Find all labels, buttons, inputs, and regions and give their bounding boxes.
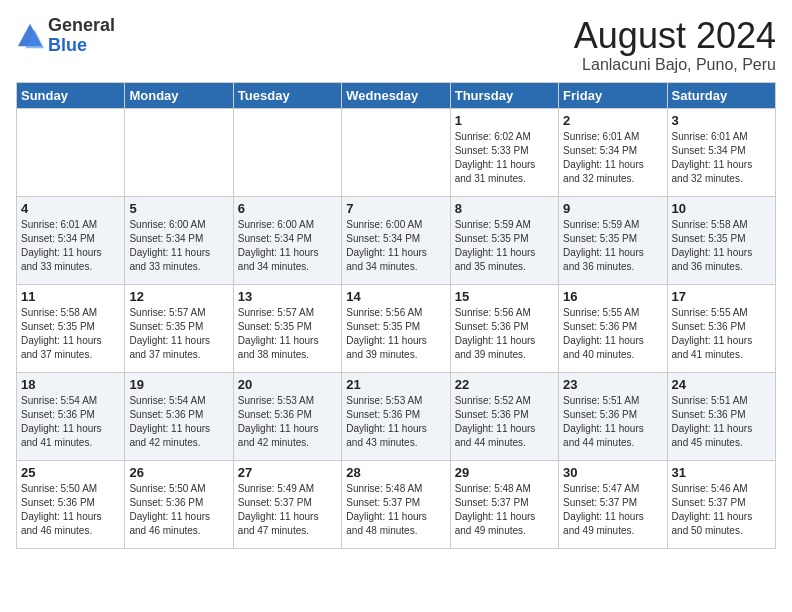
calendar-week-row: 4Sunrise: 6:01 AM Sunset: 5:34 PM Daylig… — [17, 196, 776, 284]
day-number: 13 — [238, 289, 337, 304]
day-info: Sunrise: 5:53 AM Sunset: 5:36 PM Dayligh… — [238, 394, 337, 450]
day-info: Sunrise: 5:59 AM Sunset: 5:35 PM Dayligh… — [563, 218, 662, 274]
day-number: 10 — [672, 201, 771, 216]
calendar-cell: 31Sunrise: 5:46 AM Sunset: 5:37 PM Dayli… — [667, 460, 775, 548]
calendar-cell: 22Sunrise: 5:52 AM Sunset: 5:36 PM Dayli… — [450, 372, 558, 460]
logo-general-text: General — [48, 15, 115, 35]
calendar-body: 1Sunrise: 6:02 AM Sunset: 5:33 PM Daylig… — [17, 108, 776, 548]
day-number: 6 — [238, 201, 337, 216]
day-number: 4 — [21, 201, 120, 216]
calendar-cell: 19Sunrise: 5:54 AM Sunset: 5:36 PM Dayli… — [125, 372, 233, 460]
day-number: 24 — [672, 377, 771, 392]
day-info: Sunrise: 5:55 AM Sunset: 5:36 PM Dayligh… — [563, 306, 662, 362]
day-info: Sunrise: 5:46 AM Sunset: 5:37 PM Dayligh… — [672, 482, 771, 538]
day-number: 26 — [129, 465, 228, 480]
calendar-cell: 14Sunrise: 5:56 AM Sunset: 5:35 PM Dayli… — [342, 284, 450, 372]
calendar-header-cell: Friday — [559, 82, 667, 108]
day-number: 1 — [455, 113, 554, 128]
calendar-cell — [233, 108, 341, 196]
calendar-cell: 24Sunrise: 5:51 AM Sunset: 5:36 PM Dayli… — [667, 372, 775, 460]
day-number: 5 — [129, 201, 228, 216]
day-info: Sunrise: 5:54 AM Sunset: 5:36 PM Dayligh… — [129, 394, 228, 450]
calendar-cell: 11Sunrise: 5:58 AM Sunset: 5:35 PM Dayli… — [17, 284, 125, 372]
calendar-header-cell: Monday — [125, 82, 233, 108]
day-info: Sunrise: 6:02 AM Sunset: 5:33 PM Dayligh… — [455, 130, 554, 186]
logo-blue-text: Blue — [48, 35, 87, 55]
day-number: 18 — [21, 377, 120, 392]
day-number: 22 — [455, 377, 554, 392]
calendar-cell — [342, 108, 450, 196]
calendar-week-row: 25Sunrise: 5:50 AM Sunset: 5:36 PM Dayli… — [17, 460, 776, 548]
day-info: Sunrise: 5:58 AM Sunset: 5:35 PM Dayligh… — [21, 306, 120, 362]
day-info: Sunrise: 5:58 AM Sunset: 5:35 PM Dayligh… — [672, 218, 771, 274]
calendar-header-cell: Wednesday — [342, 82, 450, 108]
day-number: 12 — [129, 289, 228, 304]
day-number: 2 — [563, 113, 662, 128]
calendar-cell: 21Sunrise: 5:53 AM Sunset: 5:36 PM Dayli… — [342, 372, 450, 460]
calendar-table: SundayMondayTuesdayWednesdayThursdayFrid… — [16, 82, 776, 549]
day-number: 7 — [346, 201, 445, 216]
calendar-week-row: 11Sunrise: 5:58 AM Sunset: 5:35 PM Dayli… — [17, 284, 776, 372]
day-number: 20 — [238, 377, 337, 392]
day-number: 17 — [672, 289, 771, 304]
calendar-cell: 6Sunrise: 6:00 AM Sunset: 5:34 PM Daylig… — [233, 196, 341, 284]
day-info: Sunrise: 5:51 AM Sunset: 5:36 PM Dayligh… — [563, 394, 662, 450]
day-info: Sunrise: 6:01 AM Sunset: 5:34 PM Dayligh… — [21, 218, 120, 274]
calendar-cell: 16Sunrise: 5:55 AM Sunset: 5:36 PM Dayli… — [559, 284, 667, 372]
calendar-cell: 10Sunrise: 5:58 AM Sunset: 5:35 PM Dayli… — [667, 196, 775, 284]
day-info: Sunrise: 6:01 AM Sunset: 5:34 PM Dayligh… — [672, 130, 771, 186]
day-info: Sunrise: 5:56 AM Sunset: 5:35 PM Dayligh… — [346, 306, 445, 362]
day-number: 15 — [455, 289, 554, 304]
calendar-cell: 8Sunrise: 5:59 AM Sunset: 5:35 PM Daylig… — [450, 196, 558, 284]
day-number: 16 — [563, 289, 662, 304]
calendar-week-row: 18Sunrise: 5:54 AM Sunset: 5:36 PM Dayli… — [17, 372, 776, 460]
calendar-cell: 7Sunrise: 6:00 AM Sunset: 5:34 PM Daylig… — [342, 196, 450, 284]
calendar-cell: 26Sunrise: 5:50 AM Sunset: 5:36 PM Dayli… — [125, 460, 233, 548]
calendar-cell: 2Sunrise: 6:01 AM Sunset: 5:34 PM Daylig… — [559, 108, 667, 196]
calendar-cell: 15Sunrise: 5:56 AM Sunset: 5:36 PM Dayli… — [450, 284, 558, 372]
day-number: 28 — [346, 465, 445, 480]
day-info: Sunrise: 5:57 AM Sunset: 5:35 PM Dayligh… — [129, 306, 228, 362]
day-info: Sunrise: 5:50 AM Sunset: 5:36 PM Dayligh… — [21, 482, 120, 538]
calendar-cell: 29Sunrise: 5:48 AM Sunset: 5:37 PM Dayli… — [450, 460, 558, 548]
calendar-cell: 28Sunrise: 5:48 AM Sunset: 5:37 PM Dayli… — [342, 460, 450, 548]
calendar-cell: 1Sunrise: 6:02 AM Sunset: 5:33 PM Daylig… — [450, 108, 558, 196]
calendar-header-row: SundayMondayTuesdayWednesdayThursdayFrid… — [17, 82, 776, 108]
day-number: 27 — [238, 465, 337, 480]
day-number: 21 — [346, 377, 445, 392]
day-number: 9 — [563, 201, 662, 216]
day-number: 8 — [455, 201, 554, 216]
calendar-cell: 9Sunrise: 5:59 AM Sunset: 5:35 PM Daylig… — [559, 196, 667, 284]
calendar-cell: 18Sunrise: 5:54 AM Sunset: 5:36 PM Dayli… — [17, 372, 125, 460]
calendar-cell: 30Sunrise: 5:47 AM Sunset: 5:37 PM Dayli… — [559, 460, 667, 548]
day-info: Sunrise: 5:59 AM Sunset: 5:35 PM Dayligh… — [455, 218, 554, 274]
day-number: 14 — [346, 289, 445, 304]
day-info: Sunrise: 5:51 AM Sunset: 5:36 PM Dayligh… — [672, 394, 771, 450]
day-info: Sunrise: 5:55 AM Sunset: 5:36 PM Dayligh… — [672, 306, 771, 362]
title-block: August 2024 Lanlacuni Bajo, Puno, Peru — [574, 16, 776, 74]
calendar-header-cell: Tuesday — [233, 82, 341, 108]
day-info: Sunrise: 5:56 AM Sunset: 5:36 PM Dayligh… — [455, 306, 554, 362]
day-info: Sunrise: 6:00 AM Sunset: 5:34 PM Dayligh… — [346, 218, 445, 274]
calendar-title: August 2024 — [574, 16, 776, 56]
day-info: Sunrise: 5:52 AM Sunset: 5:36 PM Dayligh… — [455, 394, 554, 450]
calendar-cell: 27Sunrise: 5:49 AM Sunset: 5:37 PM Dayli… — [233, 460, 341, 548]
calendar-cell: 13Sunrise: 5:57 AM Sunset: 5:35 PM Dayli… — [233, 284, 341, 372]
day-number: 25 — [21, 465, 120, 480]
calendar-header-cell: Thursday — [450, 82, 558, 108]
day-info: Sunrise: 5:47 AM Sunset: 5:37 PM Dayligh… — [563, 482, 662, 538]
day-info: Sunrise: 5:54 AM Sunset: 5:36 PM Dayligh… — [21, 394, 120, 450]
calendar-cell: 20Sunrise: 5:53 AM Sunset: 5:36 PM Dayli… — [233, 372, 341, 460]
day-info: Sunrise: 5:53 AM Sunset: 5:36 PM Dayligh… — [346, 394, 445, 450]
page-header: General Blue August 2024 Lanlacuni Bajo,… — [16, 16, 776, 74]
calendar-cell: 12Sunrise: 5:57 AM Sunset: 5:35 PM Dayli… — [125, 284, 233, 372]
day-info: Sunrise: 6:00 AM Sunset: 5:34 PM Dayligh… — [129, 218, 228, 274]
day-info: Sunrise: 6:00 AM Sunset: 5:34 PM Dayligh… — [238, 218, 337, 274]
day-number: 19 — [129, 377, 228, 392]
calendar-header-cell: Sunday — [17, 82, 125, 108]
day-info: Sunrise: 5:57 AM Sunset: 5:35 PM Dayligh… — [238, 306, 337, 362]
day-info: Sunrise: 6:01 AM Sunset: 5:34 PM Dayligh… — [563, 130, 662, 186]
day-number: 3 — [672, 113, 771, 128]
logo: General Blue — [16, 16, 115, 56]
day-number: 30 — [563, 465, 662, 480]
